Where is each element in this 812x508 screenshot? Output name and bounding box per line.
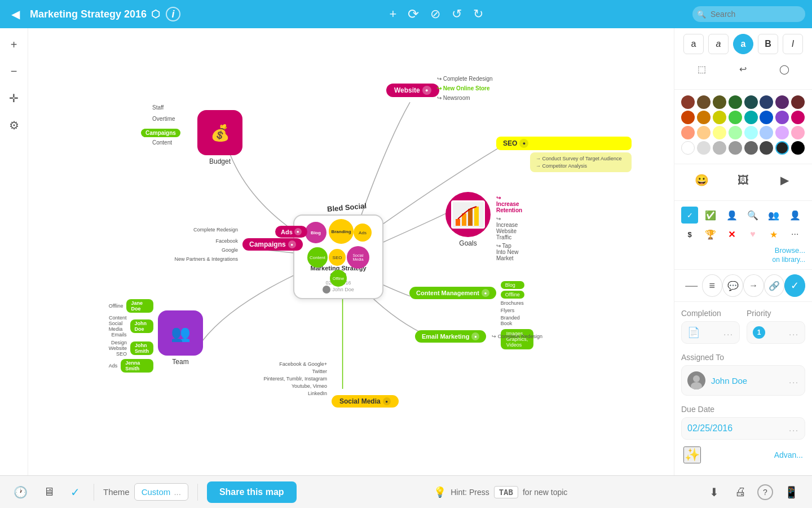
history-button[interactable]: 🕐 xyxy=(9,483,32,501)
color-teal[interactable] xyxy=(744,111,758,124)
help-button[interactable]: ? xyxy=(757,484,773,500)
search-input[interactable] xyxy=(692,6,805,22)
color-teal-dark[interactable] xyxy=(744,95,758,109)
text-style-bold-active[interactable]: a xyxy=(733,34,753,54)
sticker-more[interactable]: ··· xyxy=(787,226,804,243)
mobile-button[interactable]: 📱 xyxy=(780,483,803,501)
color-gray-light[interactable] xyxy=(713,141,726,155)
sticker-person[interactable]: 👤 xyxy=(723,207,740,224)
sticker-dollar[interactable]: $ xyxy=(681,226,698,243)
color-yellow[interactable] xyxy=(713,111,726,124)
email-marketing-node[interactable]: Email Marketing ● ↪ Complete Redesign xyxy=(415,330,486,343)
color-dark-purple[interactable] xyxy=(775,95,789,109)
sticker-heart[interactable]: ♥ xyxy=(744,226,761,243)
completion-content[interactable]: 📄 ... xyxy=(681,321,740,344)
color-salmon[interactable] xyxy=(681,126,695,139)
sticker-star[interactable]: ★ xyxy=(765,226,782,243)
color-light-green[interactable] xyxy=(729,126,742,139)
info-button[interactable]: i xyxy=(166,7,180,21)
download-button[interactable]: ⬇ xyxy=(705,483,723,501)
wrap-icon[interactable]: ↩ xyxy=(733,59,753,79)
color-dark-red[interactable] xyxy=(681,95,695,109)
zoom-in-button[interactable]: + xyxy=(7,35,21,55)
layout-icon[interactable]: ⬚ xyxy=(692,59,712,79)
sticker-search[interactable]: 🔍 xyxy=(744,207,761,224)
browse-library-link[interactable]: Browse... xyxy=(681,246,805,255)
budget-node[interactable]: 💰 Budget Staff Overtime Campaigns Conten… xyxy=(197,110,242,165)
library-link[interactable]: on library... xyxy=(681,256,805,264)
content-management-node[interactable]: Content Management ● Blog Offline Brochu… xyxy=(409,287,496,299)
color-light-pink[interactable] xyxy=(791,126,805,139)
color-olive[interactable] xyxy=(713,95,726,109)
color-navy[interactable] xyxy=(760,95,773,109)
color-green[interactable] xyxy=(729,111,742,124)
social-media-node[interactable]: Social Media ● Facebook & Google+ Twitte… xyxy=(332,395,399,408)
color-black[interactable] xyxy=(791,141,805,155)
back-button[interactable]: ◀ xyxy=(7,5,24,23)
sticker-checkmark[interactable]: ✓ xyxy=(681,207,698,224)
menu-action[interactable]: ≡ xyxy=(702,274,723,297)
color-light-gray[interactable] xyxy=(697,141,710,155)
color-gray-dark[interactable] xyxy=(744,141,758,155)
color-pink[interactable] xyxy=(791,111,805,124)
share-button[interactable]: Share this map xyxy=(207,481,297,503)
minus-action[interactable]: — xyxy=(681,274,702,297)
emoji-button[interactable]: 😀 xyxy=(692,170,712,190)
sticker-user[interactable]: 👤 xyxy=(787,207,804,224)
color-orange[interactable] xyxy=(697,111,710,124)
color-light-teal[interactable] xyxy=(744,126,758,139)
check-button[interactable]: ✓ xyxy=(66,483,85,501)
sticker-x[interactable]: ✕ xyxy=(723,226,740,243)
arrow-action[interactable]: → xyxy=(743,274,764,297)
color-dark-green[interactable] xyxy=(729,95,742,109)
shape-icon[interactable]: ◯ xyxy=(774,59,795,79)
redo-button[interactable]: ↻ xyxy=(473,7,483,21)
color-light-yellow[interactable] xyxy=(713,126,726,139)
website-node[interactable]: Website ● ↪ Complete Redesign ↪ New Onli… xyxy=(386,84,439,97)
image-button[interactable]: 🖼 xyxy=(733,170,753,190)
text-style-bold[interactable]: B xyxy=(758,34,778,54)
link-action[interactable]: 🔗 xyxy=(764,274,785,297)
settings-button[interactable]: ⚙ xyxy=(6,115,23,135)
ads-node[interactable]: Ads ● xyxy=(275,226,307,238)
color-brown[interactable] xyxy=(697,95,710,109)
color-white[interactable] xyxy=(681,141,695,155)
color-peach[interactable] xyxy=(697,126,710,139)
text-style-italic2[interactable]: I xyxy=(783,34,803,54)
sticker-group[interactable]: 👥 xyxy=(765,207,782,224)
due-date-content[interactable]: 02/25/2016 ... xyxy=(681,417,805,440)
sync-button[interactable]: ⟳ xyxy=(408,6,419,22)
color-dark-gray[interactable] xyxy=(760,141,773,155)
text-style-italic[interactable]: a xyxy=(708,34,729,54)
priority-content[interactable]: 1 ... xyxy=(747,321,805,344)
move-tool-button[interactable]: ✛ xyxy=(6,88,22,108)
magic-button[interactable]: ✨ xyxy=(683,446,701,463)
print-button[interactable]: 🖨 xyxy=(730,483,751,501)
team-node[interactable]: 👥 Team Offline Jane Doe Content Social M… xyxy=(158,310,203,366)
text-style-normal[interactable]: a xyxy=(683,34,704,54)
comment-action[interactable]: 💬 xyxy=(722,274,743,297)
color-blue[interactable] xyxy=(760,111,773,124)
video-button[interactable]: ▶ xyxy=(774,170,795,190)
zoom-out-button[interactable]: − xyxy=(7,62,21,81)
campaigns-node[interactable]: Campaigns ● Complete Redesign Facebook G… xyxy=(242,238,303,251)
monitor-button[interactable]: 🖥 xyxy=(39,483,59,501)
assigned-content[interactable]: John Doe ... xyxy=(681,365,805,396)
color-near-black[interactable] xyxy=(775,141,789,155)
canvas-area[interactable]: Blog Branding Ads Content SEO Social Med… xyxy=(28,28,674,475)
seo-node[interactable]: SEO ● → Conduct Survey of Target Audienc… xyxy=(496,137,632,172)
undo-button[interactable]: ↺ xyxy=(452,7,462,21)
sticker-check-circle[interactable]: ✅ xyxy=(702,207,719,224)
color-orange-red[interactable] xyxy=(681,111,695,124)
block-button[interactable]: ⊘ xyxy=(430,7,440,21)
custom-theme-button[interactable]: Custom ... xyxy=(134,483,188,501)
color-lavender[interactable] xyxy=(775,126,789,139)
color-purple[interactable] xyxy=(775,111,789,124)
color-dark-maroon[interactable] xyxy=(791,95,805,109)
confirm-action[interactable]: ✓ xyxy=(784,274,805,297)
goals-node[interactable]: Goals ↪ Increase Retention ↪ Increase We… xyxy=(445,192,491,247)
color-gray[interactable] xyxy=(729,141,742,155)
add-button[interactable]: + xyxy=(390,7,397,21)
color-light-blue[interactable] xyxy=(760,126,773,139)
advanced-link[interactable]: Advan... xyxy=(774,450,803,459)
